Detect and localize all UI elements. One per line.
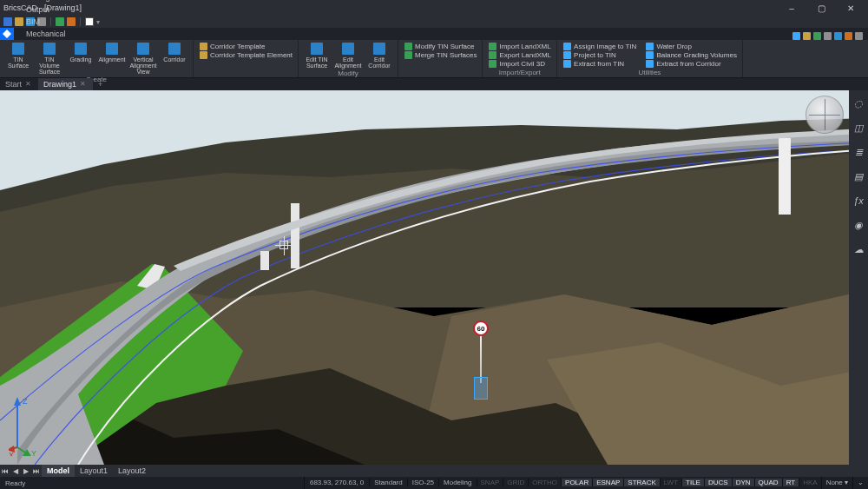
layout-tab-layout1[interactable]: Layout1 bbox=[75, 465, 113, 477]
corridor-button[interactable]: Corridor bbox=[160, 40, 189, 63]
extract-from-corridor-button[interactable]: Extract from Corridor bbox=[643, 59, 739, 68]
tabbar-right-tools bbox=[792, 32, 868, 40]
balance-grading-volumes-button[interactable]: Balance Grading Volumes bbox=[643, 50, 739, 59]
status-ready: Ready bbox=[0, 479, 30, 487]
status-toggle-lwt[interactable]: LWT bbox=[660, 479, 681, 486]
minimize-button[interactable]: – bbox=[779, 2, 804, 14]
window-controls: – ▢ ✕ bbox=[779, 2, 863, 14]
view-compass[interactable] bbox=[806, 96, 844, 134]
status-bar: Ready 683.93, 270.63, 0 StandardISO-25Mo… bbox=[0, 477, 868, 489]
tin-volume-surface-button[interactable]: TIN VolumeSurface bbox=[35, 40, 64, 75]
import-civil3d-button[interactable]: Import Civil 3D bbox=[486, 59, 553, 68]
status-annotation-scale[interactable]: None ▾ bbox=[821, 477, 852, 489]
edit-corridor-button[interactable]: EditCorridor bbox=[365, 40, 394, 69]
layers-icon[interactable]: ≣ bbox=[852, 146, 865, 158]
book-icon[interactable]: ▤ bbox=[852, 170, 865, 182]
alignment-button[interactable]: Alignment bbox=[97, 40, 127, 63]
status-toggle-snap[interactable]: SNAP bbox=[477, 479, 503, 486]
assign-image-to-tin-icon bbox=[562, 42, 571, 50]
eye-icon[interactable]: ◉ bbox=[852, 219, 865, 231]
star-icon[interactable] bbox=[803, 32, 811, 40]
viewport[interactable]: 60 Z X Y ◌◫≣▤ƒx◉☁ bbox=[0, 90, 868, 465]
settings-icon[interactable] bbox=[855, 32, 863, 40]
status-toggle-strack[interactable]: STRACK bbox=[623, 479, 659, 486]
import-landxml-label: Import LandXML bbox=[499, 43, 550, 50]
gear-icon[interactable] bbox=[813, 32, 821, 40]
status-toggle-polar[interactable]: POLAR bbox=[561, 479, 592, 486]
extract-from-corridor-icon bbox=[645, 59, 654, 68]
corridor-template-element-button[interactable]: Corridor Template Element bbox=[197, 50, 294, 59]
status-toggle-tile[interactable]: TILE bbox=[681, 479, 704, 486]
import-civil3d-icon bbox=[488, 59, 496, 68]
layer-color-icon[interactable] bbox=[85, 17, 94, 26]
new-document-tab-button[interactable]: + bbox=[93, 78, 109, 90]
close-tab-icon[interactable]: ✕ bbox=[25, 78, 31, 90]
qat-dropdown-icon[interactable]: ▾ bbox=[96, 18, 100, 26]
ribbon-group-title: Modify bbox=[302, 69, 394, 78]
status-toggle-ortho[interactable]: ORTHO bbox=[528, 479, 561, 486]
status-toggle-quad[interactable]: QUAD bbox=[754, 479, 782, 486]
layout-nav-2[interactable]: ▶ bbox=[21, 465, 31, 477]
help-icon[interactable] bbox=[824, 32, 832, 40]
status-extra-icon[interactable]: ⌄ bbox=[852, 477, 868, 489]
edit-alignment-button[interactable]: EditAlignment bbox=[333, 40, 363, 69]
edit-tin-surface-button[interactable]: Edit TINSurface bbox=[302, 40, 332, 69]
status-toggle-grid[interactable]: GRID bbox=[503, 479, 528, 486]
app-menu-button[interactable] bbox=[0, 28, 14, 40]
tab-mechanical[interactable]: Mechanical bbox=[17, 28, 75, 40]
tab-bim[interactable]: BIM bbox=[17, 16, 75, 28]
alignment-icon bbox=[105, 42, 119, 56]
status-toggle-hka[interactable]: HKA bbox=[799, 479, 820, 486]
layout-tab-model[interactable]: Model bbox=[42, 465, 75, 477]
status-field-iso-25[interactable]: ISO-25 bbox=[407, 479, 438, 486]
crosshair-cursor bbox=[279, 241, 288, 249]
search-icon[interactable] bbox=[834, 32, 842, 40]
alignment-label: Alignment bbox=[98, 56, 125, 63]
ribbon-group-create-extras: Corridor TemplateCorridor Template Eleme… bbox=[194, 40, 299, 77]
corridor-template-element-label: Corridor Template Element bbox=[210, 51, 293, 59]
close-tab-icon[interactable]: ✕ bbox=[80, 78, 86, 90]
layout-nav-1[interactable]: ◀ bbox=[10, 465, 21, 477]
edit-tin-surface-icon bbox=[310, 42, 324, 56]
cube-icon[interactable]: ◫ bbox=[852, 122, 865, 134]
export-landxml-button[interactable]: Export LandXML bbox=[486, 50, 553, 59]
ribbon-group-create: TINSurfaceTIN VolumeSurfaceGradingAlignm… bbox=[0, 40, 194, 77]
water-drop-label: Water Drop bbox=[656, 43, 692, 50]
merge-tin-surfaces-button[interactable]: Merge TIN Surfaces bbox=[402, 50, 478, 59]
layout-nav-0[interactable]: ⏮ bbox=[0, 465, 10, 477]
compass-icon[interactable] bbox=[845, 32, 852, 40]
edit-alignment-icon bbox=[341, 42, 355, 56]
cloud-icon[interactable]: ☁ bbox=[852, 243, 865, 255]
status-toggle-esnap[interactable]: ESNAP bbox=[592, 479, 623, 486]
status-toggle-ducs[interactable]: DUCS bbox=[704, 479, 732, 486]
status-toggle-rt[interactable]: RT bbox=[782, 479, 799, 486]
tab-output[interactable]: Output bbox=[17, 3, 75, 16]
project-to-tin-button[interactable]: Project to TIN bbox=[561, 50, 638, 59]
document-tab-drawing1[interactable]: Drawing1✕ bbox=[38, 78, 93, 90]
status-field-standard[interactable]: Standard bbox=[369, 479, 406, 486]
corridor-template-button[interactable]: Corridor Template bbox=[197, 42, 294, 50]
new-icon[interactable] bbox=[3, 17, 12, 26]
svg-rect-8 bbox=[260, 251, 269, 270]
cloud-sync-icon[interactable] bbox=[792, 32, 800, 40]
document-tab-start[interactable]: Start✕ bbox=[0, 78, 38, 90]
extract-from-tin-button[interactable]: Extract from TIN bbox=[561, 59, 638, 68]
vertical-alignment-view-button[interactable]: VerticalAlignment View bbox=[128, 40, 158, 75]
assign-image-to-tin-button[interactable]: Assign Image to TIN bbox=[561, 42, 638, 50]
project-to-tin-label: Project to TIN bbox=[574, 51, 616, 59]
import-landxml-button[interactable]: Import LandXML bbox=[486, 42, 553, 50]
tin-surface-button[interactable]: TINSurface bbox=[3, 40, 33, 69]
status-toggle-dyn[interactable]: DYN bbox=[732, 479, 754, 486]
modify-tin-surface-button[interactable]: Modify TIN Surface bbox=[402, 42, 478, 50]
water-drop-button[interactable]: Water Drop bbox=[643, 42, 739, 50]
layout-nav-3[interactable]: ⏭ bbox=[31, 465, 42, 477]
fx-icon[interactable]: ƒx bbox=[852, 195, 865, 207]
close-button[interactable]: ✕ bbox=[838, 2, 863, 14]
status-field-modeling[interactable]: Modeling bbox=[438, 479, 476, 486]
layout-tab-layout2[interactable]: Layout2 bbox=[113, 465, 151, 477]
grading-icon bbox=[74, 42, 88, 56]
maximize-button[interactable]: ▢ bbox=[809, 2, 833, 14]
lightbulb-icon[interactable]: ◌ bbox=[852, 97, 865, 109]
selection-box[interactable] bbox=[474, 377, 488, 400]
grading-button[interactable]: Grading bbox=[66, 40, 95, 63]
